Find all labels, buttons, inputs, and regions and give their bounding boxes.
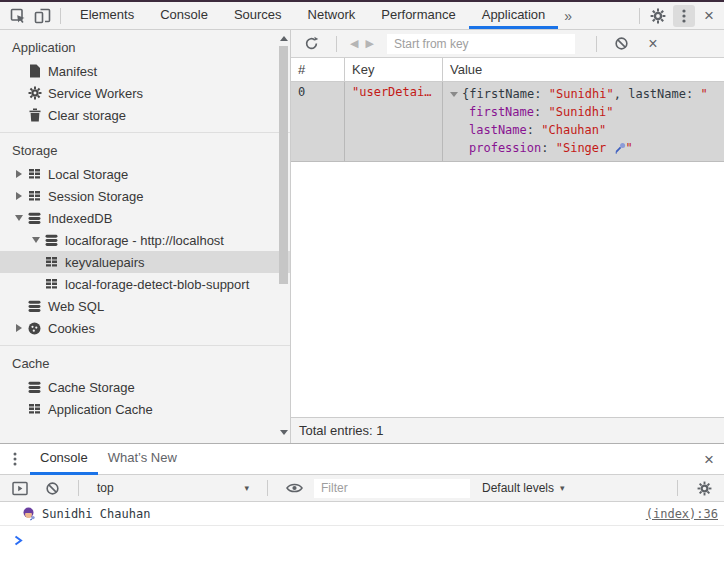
- more-tabs-chevron[interactable]: »: [558, 8, 578, 24]
- database-icon: [27, 380, 42, 395]
- divider: [639, 8, 640, 24]
- sidebar-item-label: Service Workers: [48, 86, 143, 101]
- sidebar-item-web-sql[interactable]: Web SQL: [0, 295, 290, 317]
- sidebar-item-label: Clear storage: [48, 108, 126, 123]
- chevron-down-icon: ▾: [560, 483, 565, 493]
- divider: [596, 36, 597, 52]
- grid-empty-area[interactable]: [291, 162, 724, 417]
- database-icon: [44, 233, 59, 248]
- object-property: firstName: "Sunidhi": [448, 105, 614, 119]
- tab-sources[interactable]: Sources: [221, 2, 295, 29]
- grid-header: # Key Value: [291, 58, 724, 82]
- database-icon: [27, 211, 42, 226]
- sidebar-item-label: IndexedDB: [48, 211, 112, 226]
- scroll-up-arrow-icon[interactable]: [280, 36, 288, 41]
- tab-network[interactable]: Network: [295, 2, 369, 29]
- inspect-element-icon[interactable]: [8, 6, 28, 26]
- divider: [0, 345, 290, 346]
- total-entries-label: Total entries: 1: [291, 417, 724, 443]
- close-drawer-icon[interactable]: ×: [698, 451, 724, 468]
- row-key: "userDetai…: [345, 82, 443, 161]
- trash-icon: [27, 108, 42, 123]
- chevron-right-icon[interactable]: [10, 320, 27, 336]
- divider: [677, 480, 678, 496]
- chevron-right-icon[interactable]: [10, 188, 27, 204]
- scroll-down-arrow-icon[interactable]: [280, 430, 288, 435]
- tab-application[interactable]: Application: [469, 2, 559, 29]
- sidebar-item-cache-storage[interactable]: Cache Storage: [0, 376, 290, 398]
- sidebar-item-service-workers[interactable]: Service Workers: [0, 82, 290, 104]
- sidebar-item-manifest[interactable]: Manifest: [0, 60, 290, 82]
- refresh-icon[interactable]: [301, 34, 321, 54]
- log-level-selector[interactable]: Default levels ▾: [478, 481, 569, 495]
- prompt-chevron-icon: [14, 535, 23, 546]
- sidebar-item-keyvaluepairs[interactable]: keyvaluepairs: [0, 251, 290, 273]
- console-toolbar: top ▾ Default levels ▾: [0, 475, 724, 502]
- console-settings-gear-icon[interactable]: [694, 478, 714, 498]
- sidebar-item-label: local-forage-detect-blob-support: [65, 277, 249, 292]
- live-expression-eye-icon[interactable]: [284, 478, 304, 498]
- tab-elements[interactable]: Elements: [67, 2, 147, 29]
- start-from-key-input[interactable]: [387, 34, 575, 54]
- chevron-down-icon: ▾: [244, 483, 249, 493]
- console-prompt[interactable]: [0, 526, 724, 578]
- woman-singer-emoji: [22, 507, 36, 521]
- chevron-down-icon[interactable]: [27, 232, 44, 248]
- sidebar-item-local-forage-detect-blob-support[interactable]: local-forage-detect-blob-support: [0, 273, 290, 295]
- drawer-tab-whats-new[interactable]: What’s New: [98, 444, 187, 475]
- arrow-spacer: [10, 379, 27, 395]
- sidebar-item-label: Cookies: [48, 321, 95, 336]
- object-preview[interactable]: {firstName: "Sunidhi", lastName: ": [448, 87, 708, 101]
- table-row[interactable]: 0 "userDetai… {firstName: "Sunidhi", las…: [291, 82, 724, 162]
- console-log-entry[interactable]: Sunidhi Chauhan (index):36: [0, 502, 724, 526]
- context-label: top: [97, 481, 114, 495]
- tab-performance[interactable]: Performance: [368, 2, 468, 29]
- context-selector[interactable]: top ▾: [93, 481, 253, 495]
- sidebar-scrollbar[interactable]: [277, 30, 290, 443]
- divider: [336, 36, 337, 52]
- sidebar-item-session-storage[interactable]: Session Storage: [0, 185, 290, 207]
- delete-selected-icon[interactable]: ×: [643, 34, 663, 54]
- settings-gear-icon[interactable]: [648, 6, 668, 26]
- page-back-icon[interactable]: ◀: [350, 37, 358, 50]
- object-property: lastName: "Chauhan": [448, 123, 606, 137]
- expander-down-icon[interactable]: [450, 92, 458, 97]
- database-icon: [27, 299, 42, 314]
- sidebar-item-clear-storage[interactable]: Clear storage: [0, 104, 290, 126]
- sidebar-item-label: keyvaluepairs: [65, 255, 145, 270]
- drawer-tabbar: Console What’s New ×: [0, 444, 724, 475]
- sidebar-item-cookies[interactable]: Cookies: [0, 317, 290, 339]
- column-header-number[interactable]: #: [291, 58, 345, 81]
- device-toolbar-icon[interactable]: [32, 6, 52, 26]
- sidebar-item-application-cache[interactable]: Application Cache: [0, 398, 290, 420]
- section-header-cache: Cache: [0, 352, 290, 376]
- chevron-right-icon[interactable]: [10, 166, 27, 182]
- sidebar-item-localforage[interactable]: localforage - http://localhost: [0, 229, 290, 251]
- table-icon: [27, 167, 42, 182]
- sidebar-item-label: Session Storage: [48, 189, 143, 204]
- sidebar-item-label: Manifest: [48, 64, 97, 79]
- chevron-down-icon[interactable]: [10, 210, 27, 226]
- log-source-link[interactable]: (index):36: [646, 507, 718, 521]
- close-devtools-icon[interactable]: ×: [698, 7, 724, 24]
- tab-console[interactable]: Console: [147, 2, 221, 29]
- section-header-storage: Storage: [0, 139, 290, 163]
- drawer-tab-console[interactable]: Console: [30, 444, 98, 475]
- row-value: {firstName: "Sunidhi", lastName: " first…: [443, 82, 724, 161]
- table-icon: [27, 402, 42, 417]
- scrollbar-thumb[interactable]: [279, 46, 288, 284]
- console-sidebar-toggle-icon[interactable]: [10, 478, 30, 498]
- column-header-value[interactable]: Value: [443, 58, 724, 81]
- sidebar-item-indexeddb[interactable]: IndexedDB: [0, 207, 290, 229]
- column-header-key[interactable]: Key: [345, 58, 443, 81]
- drawer-kebab-menu-icon[interactable]: [0, 452, 30, 466]
- indexeddb-data-view: ◀ ▶ × # Key Value 0 "userDetai… {firstNa…: [291, 30, 724, 443]
- idb-toolbar: ◀ ▶ ×: [291, 30, 724, 58]
- kebab-menu-icon[interactable]: [673, 5, 695, 27]
- clear-object-store-icon[interactable]: [612, 34, 632, 54]
- application-sidebar: Application Manifest Service Workers Cle…: [0, 30, 291, 443]
- clear-console-icon[interactable]: [42, 478, 62, 498]
- page-forward-icon[interactable]: ▶: [365, 37, 373, 50]
- sidebar-item-local-storage[interactable]: Local Storage: [0, 163, 290, 185]
- filter-input[interactable]: [314, 479, 470, 498]
